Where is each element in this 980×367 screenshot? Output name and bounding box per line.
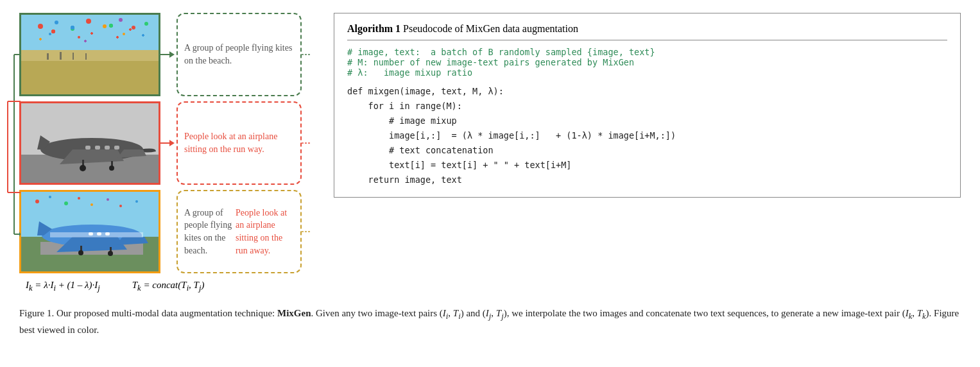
svg-point-12	[78, 36, 80, 38]
svg-point-10	[144, 22, 148, 26]
svg-point-43	[119, 205, 122, 207]
code-line-3: # image mixup	[347, 114, 947, 128]
captions-column: A group of people flying kites on the be…	[176, 13, 302, 273]
airplane-color-svg	[21, 192, 159, 271]
svg-point-27	[80, 165, 86, 171]
svg-point-42	[107, 198, 109, 201]
svg-rect-16	[73, 53, 74, 60]
algorithm-code: def mixgen(image, text, M, λ): for i in …	[347, 84, 947, 187]
svg-rect-36	[105, 232, 110, 235]
image-formula: Ik = λ·Ii + (1 – λ)·Ij	[26, 280, 100, 293]
svg-rect-22	[95, 146, 100, 149]
algorithm-title-rest: Pseudocode of MixGen data augmentation	[400, 23, 578, 34]
arrows-column	[160, 13, 176, 273]
svg-rect-23	[105, 146, 110, 149]
svg-point-38	[49, 196, 51, 198]
svg-rect-24	[114, 146, 119, 149]
svg-point-39	[64, 201, 68, 205]
code-line-2: for i in range(M):	[347, 99, 947, 114]
airplane-bw-image	[19, 101, 160, 185]
beach-caption-text: A group of people flying kites on the be…	[184, 42, 294, 67]
code-line-4: image[i,:] = (λ * image[i,:] + (1-λ) * i…	[347, 128, 947, 143]
svg-point-13	[123, 33, 125, 35]
mixgen-bold: MixGen	[277, 308, 311, 318]
svg-point-47	[78, 250, 83, 255]
arrow3-svg	[160, 190, 176, 273]
svg-point-8	[119, 18, 123, 22]
rarrow3-svg	[302, 190, 314, 273]
svg-rect-33	[50, 232, 143, 237]
comment-line-2: # M: number of new image-text pairs gene…	[347, 57, 947, 67]
svg-point-48	[108, 251, 113, 256]
airplane-bw-svg	[21, 103, 159, 183]
svg-marker-58	[169, 51, 175, 58]
code-line-6: text[i] = text[i] + " " + text[i+M]	[347, 158, 947, 173]
text-formula: Tk = concat(Ti, Tj)	[132, 280, 205, 293]
airplane-caption-text: People look at an airplane sitting on th…	[184, 130, 294, 155]
svg-rect-2	[21, 61, 159, 94]
code-line-7: return image, text	[347, 173, 947, 187]
svg-point-40	[78, 197, 80, 200]
svg-rect-14	[47, 53, 49, 60]
main-container: A group of people flying kites on the be…	[19, 13, 961, 293]
airplane-color-image	[19, 190, 160, 273]
mixed-caption-red: People look at an airplane sitting on th…	[236, 207, 294, 257]
arrow1-svg	[160, 13, 176, 96]
svg-rect-15	[60, 52, 62, 60]
svg-point-41	[90, 203, 93, 206]
code-line-5: # text concatenation	[347, 143, 947, 158]
algorithm-title: Algorithm 1 Pseudocode of MixGen data au…	[347, 23, 947, 40]
svg-point-37	[35, 200, 39, 203]
svg-rect-17	[85, 53, 87, 60]
comment-line-3: # λ: image mixup ratio	[347, 67, 947, 78]
airplane-caption-box: People look at an airplane sitting on th…	[176, 101, 302, 185]
svg-point-7	[103, 24, 107, 28]
svg-point-9	[132, 26, 135, 30]
beach-image-svg	[21, 15, 159, 94]
algorithm-comments: # image, text: a batch of B randomly sam…	[347, 47, 947, 78]
svg-point-11	[49, 33, 51, 35]
algorithm-title-bold: Algorithm 1	[347, 23, 400, 34]
right-arrows-column	[302, 13, 314, 273]
svg-marker-53	[19, 232, 21, 237]
svg-point-28	[109, 166, 114, 171]
svg-point-4	[55, 21, 58, 24]
svg-marker-52	[19, 52, 21, 57]
svg-rect-21	[85, 146, 90, 149]
svg-point-5	[71, 27, 74, 31]
svg-point-3	[38, 24, 43, 29]
bracket-svg	[1, 13, 21, 276]
left-panel: A group of people flying kites on the be…	[19, 13, 314, 293]
comment-line-1: # image, text: a batch of B randomly sam…	[347, 47, 947, 57]
formulas-row: Ik = λ·Ii + (1 – λ)·Ij Tk = concat(Ti, T…	[19, 280, 314, 293]
mixed-caption-plain: A group of people flying kites on the be…	[184, 207, 236, 257]
beach-caption-box: A group of people flying kites on the be…	[176, 13, 302, 96]
svg-point-44	[135, 200, 138, 203]
code-line-1: def mixgen(image, text, M, λ):	[347, 84, 947, 99]
svg-point-6	[86, 19, 91, 24]
mixed-caption-box: A group of people flying kites on the be…	[176, 190, 302, 273]
figure-caption: Figure 1. Our proposed multi-modal data …	[19, 306, 961, 338]
algorithm-panel: Algorithm 1 Pseudocode of MixGen data au…	[334, 13, 961, 198]
svg-rect-35	[97, 232, 101, 235]
rarrow2-svg	[302, 101, 314, 185]
svg-rect-0	[21, 15, 159, 50]
svg-marker-60	[169, 140, 175, 146]
images-column	[19, 13, 160, 273]
beach-image	[19, 13, 160, 96]
rarrow1-svg	[302, 13, 314, 96]
arrow2-svg	[160, 101, 176, 185]
svg-rect-34	[89, 232, 93, 235]
